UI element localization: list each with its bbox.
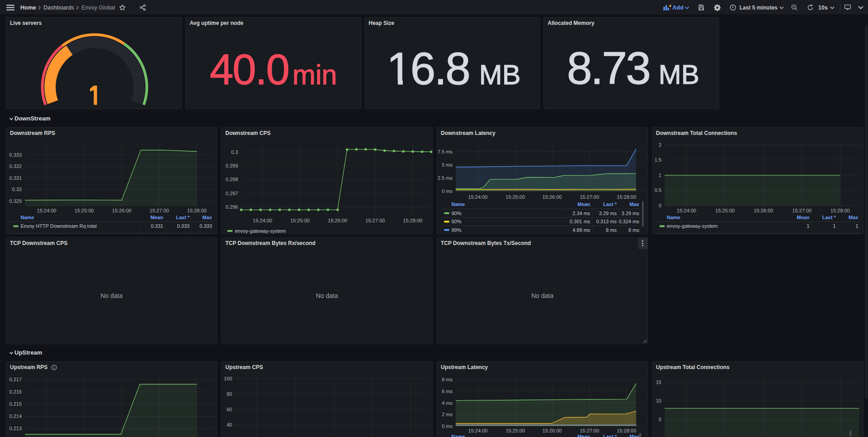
svg-text:15:24:00: 15:24:00 bbox=[677, 208, 696, 213]
svg-text:15:28:00: 15:28:00 bbox=[187, 208, 207, 213]
svg-text:1: 1 bbox=[806, 223, 809, 229]
svg-text:Mean: Mean bbox=[577, 434, 590, 437]
svg-text:15:25:00: 15:25:00 bbox=[715, 208, 734, 213]
svg-text:90%: 90% bbox=[452, 210, 462, 216]
svg-text:0.297: 0.297 bbox=[225, 190, 238, 196]
svg-text:15:25:00: 15:25:00 bbox=[291, 218, 310, 223]
svg-text:15:27:00: 15:27:00 bbox=[792, 208, 811, 213]
svg-text:60: 60 bbox=[227, 407, 232, 412]
svg-text:15:28:00: 15:28:00 bbox=[830, 208, 850, 213]
svg-text:15:26:00: 15:26:00 bbox=[543, 194, 562, 200]
svg-text:15:27:00: 15:27:00 bbox=[580, 428, 599, 433]
svg-text:0.331: 0.331 bbox=[151, 223, 163, 229]
svg-text:0: 0 bbox=[658, 203, 661, 208]
svg-text:4.89 ms: 4.89 ms bbox=[572, 227, 591, 232]
svg-text:0.333: 0.333 bbox=[177, 223, 190, 229]
svg-text:0.331: 0.331 bbox=[9, 175, 22, 180]
svg-text:15:28:00: 15:28:00 bbox=[617, 428, 636, 433]
svg-text:envoy-gateway-system: envoy-gateway-system bbox=[667, 223, 718, 229]
svg-text:15:26:00: 15:26:00 bbox=[112, 208, 132, 213]
svg-text:5: 5 bbox=[658, 417, 661, 422]
svg-text:8 ms: 8 ms bbox=[629, 227, 639, 232]
svg-text:Mean: Mean bbox=[796, 215, 809, 220]
svg-text:0.5: 0.5 bbox=[654, 187, 661, 193]
svg-text:10: 10 bbox=[656, 398, 661, 403]
svg-text:Name: Name bbox=[452, 434, 465, 437]
svg-text:Last *: Last * bbox=[176, 215, 190, 220]
svg-text:15:28:00: 15:28:00 bbox=[617, 194, 636, 200]
svg-text:Max: Max bbox=[630, 434, 639, 437]
svg-text:envoy-gateway-system: envoy-gateway-system bbox=[235, 228, 286, 233]
svg-text:0.296: 0.296 bbox=[225, 204, 238, 210]
svg-text:3.29 ms: 3.29 ms bbox=[621, 210, 639, 216]
svg-text:2: 2 bbox=[658, 142, 661, 147]
svg-text:0.299: 0.299 bbox=[225, 163, 238, 168]
svg-text:2.5 ms: 2.5 ms bbox=[438, 175, 453, 180]
svg-text:0.3: 0.3 bbox=[231, 149, 238, 154]
svg-text:Max: Max bbox=[849, 215, 858, 220]
svg-text:0.216: 0.216 bbox=[9, 389, 22, 394]
svg-text:8 ms: 8 ms bbox=[442, 377, 453, 382]
svg-text:1: 1 bbox=[658, 172, 661, 178]
svg-text:15:24:00: 15:24:00 bbox=[468, 194, 488, 200]
svg-text:15:27:00: 15:27:00 bbox=[580, 194, 599, 200]
svg-text:15:25:00: 15:25:00 bbox=[506, 428, 525, 433]
svg-text:0.329: 0.329 bbox=[9, 198, 22, 203]
svg-text:15:25:00: 15:25:00 bbox=[75, 208, 94, 213]
svg-text:15:25:00: 15:25:00 bbox=[506, 194, 525, 200]
svg-text:6 ms: 6 ms bbox=[442, 389, 453, 394]
svg-text:0 ms: 0 ms bbox=[442, 423, 453, 429]
svg-text:5 ms: 5 ms bbox=[442, 162, 453, 167]
svg-text:15:28:00: 15:28:00 bbox=[403, 218, 423, 223]
svg-text:0.214: 0.214 bbox=[9, 413, 22, 419]
svg-text:0.333: 0.333 bbox=[200, 223, 212, 229]
svg-text:15:26:00: 15:26:00 bbox=[754, 208, 773, 213]
svg-text:3.29 ms: 3.29 ms bbox=[599, 210, 617, 216]
svg-text:Mean: Mean bbox=[151, 215, 163, 220]
svg-text:Max: Max bbox=[630, 201, 639, 206]
svg-text:15:24:00: 15:24:00 bbox=[253, 218, 272, 223]
svg-text:99%: 99% bbox=[452, 227, 462, 232]
svg-text:Mean: Mean bbox=[577, 201, 590, 206]
svg-text:0.313 ms: 0.313 ms bbox=[596, 219, 617, 224]
svg-text:15:27:00: 15:27:00 bbox=[366, 218, 385, 223]
svg-text:15:24:00: 15:24:00 bbox=[37, 208, 57, 213]
svg-text:0.213: 0.213 bbox=[9, 426, 22, 431]
svg-text:Name: Name bbox=[21, 215, 34, 220]
svg-text:7.5 ms: 7.5 ms bbox=[438, 149, 453, 154]
svg-text:100: 100 bbox=[224, 376, 232, 381]
svg-text:0.298: 0.298 bbox=[225, 177, 238, 182]
svg-text:0 ms: 0 ms bbox=[442, 188, 453, 193]
svg-text:8 ms: 8 ms bbox=[606, 227, 617, 232]
svg-text:4 ms: 4 ms bbox=[442, 400, 453, 406]
svg-text:Last *: Last * bbox=[603, 434, 617, 437]
svg-text:15:26:00: 15:26:00 bbox=[543, 428, 562, 433]
svg-text:1: 1 bbox=[833, 223, 835, 229]
svg-text:Max: Max bbox=[202, 215, 212, 220]
svg-text:1.5: 1.5 bbox=[654, 157, 661, 163]
svg-text:15:27:00: 15:27:00 bbox=[150, 208, 169, 213]
svg-text:Name: Name bbox=[452, 201, 465, 206]
svg-text:2.34 ms: 2.34 ms bbox=[572, 210, 591, 216]
svg-text:15: 15 bbox=[656, 379, 661, 385]
svg-text:0.215: 0.215 bbox=[9, 401, 22, 407]
svg-text:Last *: Last * bbox=[822, 215, 836, 220]
svg-text:Envoy HTTP Downstream Rq total: Envoy HTTP Downstream Rq total bbox=[21, 223, 97, 229]
svg-text:80: 80 bbox=[227, 391, 232, 397]
svg-text:0.301 ms: 0.301 ms bbox=[570, 219, 591, 224]
svg-text:1: 1 bbox=[855, 223, 858, 229]
svg-text:0.217: 0.217 bbox=[9, 377, 22, 382]
svg-text:40: 40 bbox=[227, 422, 232, 427]
svg-text:Last *: Last * bbox=[603, 201, 617, 206]
svg-text:15:26:00: 15:26:00 bbox=[328, 218, 348, 223]
svg-text:0.332: 0.332 bbox=[9, 163, 22, 169]
svg-text:15:24:00: 15:24:00 bbox=[468, 428, 488, 433]
svg-text:0.333: 0.333 bbox=[9, 152, 22, 157]
svg-text:0.33: 0.33 bbox=[12, 187, 22, 192]
svg-text:2 ms: 2 ms bbox=[442, 412, 453, 417]
svg-text:Name: Name bbox=[667, 215, 680, 220]
svg-text:0.324 ms: 0.324 ms bbox=[619, 219, 639, 224]
svg-text:50%: 50% bbox=[452, 219, 462, 224]
